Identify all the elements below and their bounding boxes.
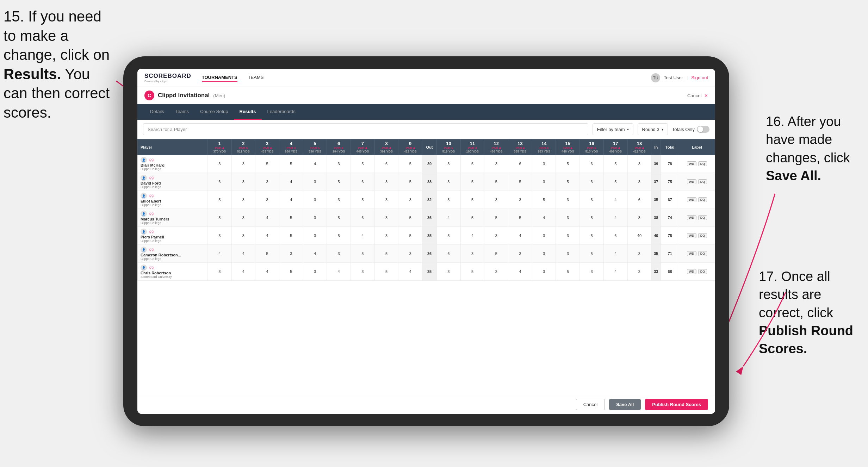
score-hole-6[interactable]: 3 (327, 191, 351, 209)
score-hole-18[interactable]: 6 (627, 191, 651, 209)
score-hole-2[interactable]: 3 (231, 155, 255, 173)
score-hole-2[interactable]: 3 (231, 209, 255, 227)
score-hole-5[interactable]: 3 (303, 173, 327, 191)
dq-button[interactable]: DQ (698, 197, 707, 202)
score-hole-17[interactable]: 4 (603, 191, 627, 209)
score-hole-3[interactable]: 4 (255, 263, 279, 281)
score-hole-14[interactable]: 3 (532, 155, 556, 173)
score-hole-7[interactable]: 5 (351, 155, 375, 173)
score-hole-6[interactable]: 3 (327, 245, 351, 263)
score-hole-10[interactable]: 4 (437, 209, 461, 227)
score-hole-16[interactable]: 5 (580, 227, 604, 245)
score-hole-7[interactable]: 4 (351, 227, 375, 245)
nav-teams[interactable]: TEAMS (248, 73, 264, 82)
dq-button[interactable]: DQ (698, 179, 707, 184)
score-hole-18[interactable]: 40 (627, 227, 651, 245)
tab-teams[interactable]: Teams (170, 104, 194, 120)
score-hole-8[interactable]: 3 (374, 209, 398, 227)
score-hole-11[interactable]: 3 (460, 245, 484, 263)
score-hole-15[interactable]: 3 (556, 245, 580, 263)
score-hole-12[interactable]: 3 (484, 155, 508, 173)
score-hole-9[interactable]: 5 (398, 173, 422, 191)
score-hole-1[interactable]: 3 (207, 155, 231, 173)
score-hole-8[interactable]: 3 (374, 191, 398, 209)
score-hole-14[interactable]: 5 (532, 191, 556, 209)
score-hole-14[interactable]: 3 (532, 227, 556, 245)
dq-button[interactable]: DQ (698, 251, 707, 256)
score-hole-16[interactable]: 5 (580, 209, 604, 227)
score-hole-12[interactable]: 5 (484, 209, 508, 227)
score-hole-9[interactable]: 3 (398, 191, 422, 209)
score-hole-12[interactable]: 3 (484, 263, 508, 281)
score-hole-10[interactable]: 3 (437, 191, 461, 209)
score-hole-16[interactable]: 5 (580, 245, 604, 263)
score-hole-16[interactable]: 3 (580, 173, 604, 191)
wd-button[interactable]: WD (687, 161, 696, 166)
score-hole-16[interactable]: 6 (580, 155, 604, 173)
score-hole-18[interactable]: 3 (627, 173, 651, 191)
score-hole-2[interactable]: 4 (231, 263, 255, 281)
score-hole-16[interactable]: 3 (580, 263, 604, 281)
score-hole-5[interactable]: 4 (303, 245, 327, 263)
score-hole-18[interactable]: 3 (627, 155, 651, 173)
wd-button[interactable]: WD (687, 215, 696, 220)
score-hole-13[interactable]: 3 (508, 245, 532, 263)
score-hole-17[interactable]: 4 (603, 245, 627, 263)
score-hole-8[interactable]: 5 (374, 245, 398, 263)
score-hole-13[interactable]: 6 (508, 155, 532, 173)
score-hole-1[interactable]: 5 (207, 191, 231, 209)
score-hole-5[interactable]: 3 (303, 227, 327, 245)
score-hole-1[interactable]: 4 (207, 245, 231, 263)
score-hole-9[interactable]: 3 (398, 245, 422, 263)
score-hole-3[interactable]: 5 (255, 155, 279, 173)
score-hole-3[interactable]: 3 (255, 191, 279, 209)
score-hole-10[interactable]: 6 (437, 245, 461, 263)
score-hole-1[interactable]: 3 (207, 227, 231, 245)
cancel-button-bottom[interactable]: Cancel (576, 399, 605, 410)
score-hole-12[interactable]: 3 (484, 227, 508, 245)
score-hole-10[interactable]: 3 (437, 155, 461, 173)
score-hole-15[interactable]: 3 (556, 191, 580, 209)
score-hole-2[interactable]: 3 (231, 173, 255, 191)
score-hole-2[interactable]: 3 (231, 191, 255, 209)
score-hole-18[interactable]: 3 (627, 245, 651, 263)
score-hole-8[interactable]: 6 (374, 155, 398, 173)
score-hole-2[interactable]: 4 (231, 245, 255, 263)
score-hole-18[interactable]: 3 (627, 263, 651, 281)
score-hole-5[interactable]: 3 (303, 191, 327, 209)
round-selector-button[interactable]: Round 3 (638, 123, 668, 135)
totals-only-toggle[interactable] (697, 126, 709, 133)
score-hole-14[interactable]: 3 (532, 173, 556, 191)
score-hole-7[interactable]: 5 (351, 245, 375, 263)
score-hole-6[interactable]: 5 (327, 209, 351, 227)
score-hole-15[interactable]: 5 (556, 263, 580, 281)
score-hole-8[interactable]: 3 (374, 227, 398, 245)
score-hole-7[interactable]: 3 (351, 263, 375, 281)
score-hole-13[interactable]: 3 (508, 191, 532, 209)
score-hole-4[interactable]: 5 (279, 209, 303, 227)
filter-by-team-button[interactable]: Filter by team (593, 123, 633, 135)
score-hole-13[interactable]: 5 (508, 173, 532, 191)
cancel-button[interactable]: Cancel ✕ (687, 93, 708, 98)
score-hole-18[interactable]: 3 (627, 209, 651, 227)
score-hole-5[interactable]: 3 (303, 263, 327, 281)
score-hole-11[interactable]: 5 (460, 191, 484, 209)
score-hole-3[interactable]: 4 (255, 209, 279, 227)
score-hole-17[interactable]: 6 (603, 227, 627, 245)
signout-link[interactable]: Sign out (691, 75, 708, 80)
score-hole-1[interactable]: 3 (207, 263, 231, 281)
score-hole-17[interactable]: 4 (603, 209, 627, 227)
score-hole-15[interactable]: 5 (556, 155, 580, 173)
score-hole-11[interactable]: 5 (460, 155, 484, 173)
score-hole-16[interactable]: 3 (580, 191, 604, 209)
score-hole-17[interactable]: 5 (603, 155, 627, 173)
score-hole-6[interactable]: 4 (327, 263, 351, 281)
score-hole-13[interactable]: 4 (508, 263, 532, 281)
score-hole-6[interactable]: 5 (327, 227, 351, 245)
score-hole-15[interactable]: 3 (556, 227, 580, 245)
dq-button[interactable]: DQ (698, 215, 707, 220)
score-hole-7[interactable]: 5 (351, 191, 375, 209)
score-hole-4[interactable]: 3 (279, 245, 303, 263)
score-hole-10[interactable]: 3 (437, 173, 461, 191)
score-hole-14[interactable]: 3 (532, 263, 556, 281)
